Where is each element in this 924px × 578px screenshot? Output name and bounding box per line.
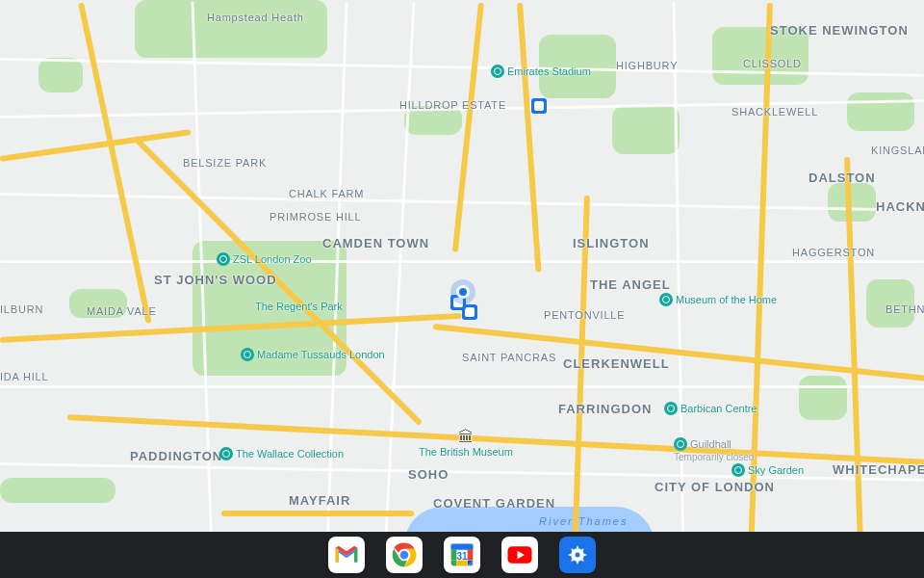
- park: [799, 376, 847, 420]
- river-thames-label: River Thames: [539, 515, 628, 527]
- poi-label[interactable]: Museum of the Home: [659, 294, 777, 307]
- road: [221, 511, 414, 516]
- neighbourhood-label: HILLDROP ESTATE: [399, 99, 506, 111]
- neighbourhood-label: PADDINGTON: [130, 449, 222, 463]
- map-canvas[interactable]: Hampstead HeathSTOKE NEWINGTONHIGHBURYCL…: [0, 0, 924, 532]
- neighbourhood-label: CAMDEN TOWN: [322, 236, 429, 250]
- poi-icon: [491, 65, 504, 78]
- poi-label[interactable]: 🏛The British Museum: [419, 429, 513, 458]
- neighbourhood-label: BELSIZE PARK: [183, 157, 267, 169]
- neighbourhood-label: BETHNA: [886, 303, 924, 315]
- user-location-dot: [456, 285, 470, 299]
- gmail-icon: [332, 540, 361, 569]
- gear-icon: [563, 540, 592, 569]
- neighbourhood-label: THE ANGEL: [590, 277, 671, 292]
- neighbourhood-label: ILBURN: [0, 303, 43, 315]
- neighbourhood-label: CHALK FARM: [289, 188, 364, 199]
- app-calendar[interactable]: 31: [444, 537, 480, 573]
- poi-label[interactable]: The Regent's Park: [255, 301, 343, 312]
- neighbourhood-label: WHITECHAPEL: [833, 462, 924, 477]
- neighbourhood-label: KINGSLAND: [871, 144, 924, 156]
- neighbourhood-label: HIGHBURY: [616, 60, 678, 71]
- poi-label[interactable]: Sky Garden: [732, 464, 804, 478]
- neighbourhood-label: MAIDA VALE: [87, 305, 157, 317]
- calendar-icon: 31: [448, 540, 476, 569]
- poi-icon: [659, 293, 673, 306]
- poi-label[interactable]: Emirates Stadium: [491, 66, 591, 79]
- svg-point-12: [576, 553, 580, 558]
- poi-icon: [241, 348, 254, 361]
- neighbourhood-label: HAGGERSTON: [792, 247, 875, 258]
- neighbourhood-label: FARRINGDON: [558, 402, 652, 416]
- poi-label[interactable]: Barbican Centre: [664, 403, 757, 416]
- poi-icon: [674, 437, 687, 451]
- neighbourhood-label: ST JOHN'S WOOD: [154, 273, 277, 287]
- neighbourhood-label: CLERKENWELL: [563, 356, 670, 371]
- neighbourhood-label: IDA HILL: [0, 371, 48, 382]
- neighbourhood-label: SOHO: [408, 467, 449, 482]
- neighbourhood-label: HACKNEY: [876, 199, 924, 214]
- neighbourhood-label: PENTONVILLE: [544, 309, 625, 321]
- poi-subtext: Temporarily closed: [674, 452, 754, 462]
- app-youtube[interactable]: [501, 537, 538, 573]
- road: [0, 385, 924, 388]
- poi-icon: [732, 463, 745, 477]
- neighbourhood-label: Hampstead Heath: [207, 12, 304, 23]
- neighbourhood-label: DALSTON: [808, 171, 876, 185]
- neighbourhood-label: MAYFAIR: [289, 493, 350, 508]
- poi-icon: [219, 447, 233, 460]
- park: [38, 58, 83, 92]
- neighbourhood-label: ISLINGTON: [573, 236, 650, 250]
- app-settings[interactable]: [559, 537, 596, 573]
- transit-marker[interactable]: [531, 98, 547, 114]
- svg-point-2: [400, 551, 409, 560]
- poi-label[interactable]: ZSL London Zoo: [217, 253, 312, 267]
- park: [0, 478, 116, 503]
- svg-text:31: 31: [456, 551, 468, 562]
- poi-label[interactable]: Madame Tussauds London: [241, 349, 385, 362]
- app-chrome[interactable]: [386, 537, 423, 573]
- park: [135, 0, 327, 58]
- neighbourhood-label: CLISSOLD: [743, 58, 802, 69]
- neighbourhood-label: SAINT PANCRAS: [462, 352, 556, 363]
- poi-icon: [664, 402, 678, 415]
- poi-label[interactable]: The Wallace Collection: [219, 448, 344, 461]
- park: [612, 106, 680, 154]
- shelf: 31: [0, 532, 924, 578]
- neighbourhood-label: PRIMROSE HILL: [270, 211, 361, 223]
- neighbourhood-label: COVENT GARDEN: [433, 496, 555, 511]
- poi-icon: [217, 252, 230, 266]
- poi-label[interactable]: GuildhallTemporarily closed: [674, 438, 732, 452]
- app-gmail[interactable]: [328, 537, 365, 573]
- neighbourhood-label: CITY OF LONDON: [654, 480, 775, 494]
- chrome-icon: [390, 540, 419, 569]
- youtube-icon: [505, 540, 534, 569]
- neighbourhood-label: STOKE NEWINGTON: [770, 23, 909, 38]
- neighbourhood-label: SHACKLEWELL: [732, 106, 818, 118]
- park: [847, 92, 914, 131]
